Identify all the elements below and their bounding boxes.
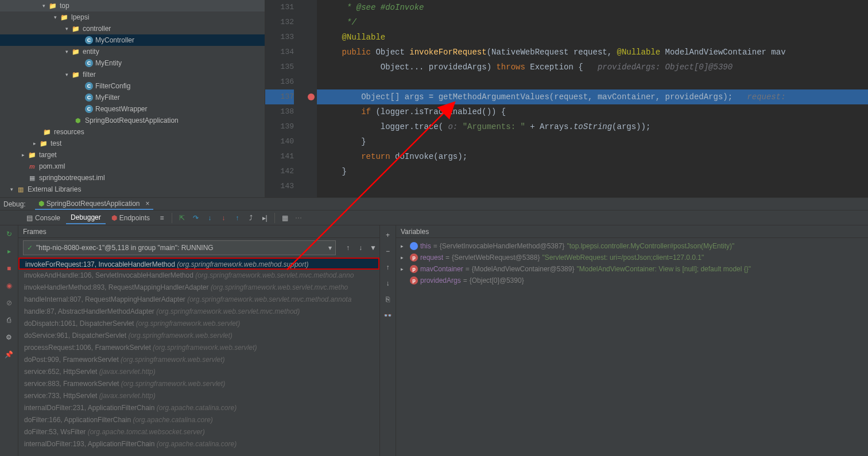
chevron-down-icon: ▾	[40, 2, 47, 9]
console-tab[interactable]: ▤ Console	[22, 212, 65, 224]
evaluate-expression-icon[interactable]: ▦	[278, 212, 291, 224]
tree-label: target	[39, 151, 57, 159]
tree-item-lpepsi[interactable]: ▾ 📁 lpepsi	[0, 11, 265, 23]
chevron-right-icon: ▸	[20, 151, 26, 158]
check-icon: ✓	[27, 244, 33, 252]
tree-item-requestwrapper[interactable]: C RequestWrapper	[0, 103, 265, 115]
step-out-icon[interactable]: ↑	[231, 212, 243, 224]
variable-item[interactable]: ▸this = {ServletInvocableHandlerMethod@5…	[401, 240, 863, 252]
code-editor[interactable]: 131 132 133 134 135 136 137 138 139 140 …	[265, 0, 868, 197]
trace-icon[interactable]: ⋯	[292, 212, 305, 224]
frame-item[interactable]: doFilter:53, WsFilter (org.apache.tomcat…	[18, 426, 379, 438]
tree-label: MyEntity	[95, 59, 122, 67]
chevron-down-icon: ▾	[8, 186, 15, 193]
frame-item[interactable]: handleInternal:807, RequestMappingHandle…	[18, 294, 379, 306]
debug-config-tab[interactable]: ⬢ SpringBootRequestApplication ×	[35, 198, 153, 210]
tree-item-pom[interactable]: m pom.xml	[0, 161, 265, 172]
class-icon: C	[85, 93, 93, 102]
debug-header: Debug: ⬢ SpringBootRequestApplication ×	[0, 198, 868, 211]
variable-icon: p	[410, 276, 418, 284]
settings-icon[interactable]: ⚙	[3, 331, 16, 344]
variables-header: Variables	[396, 225, 868, 238]
down-icon[interactable]: ↓	[382, 277, 394, 290]
view-breakpoints-icon[interactable]: ◉	[3, 279, 16, 292]
tree-item-iml[interactable]: ▦ springbootrequest.iml	[0, 172, 265, 184]
copy-icon[interactable]: ⎘	[382, 293, 394, 306]
frame-item[interactable]: invokeForRequest:137, InvocableHandlerMe…	[18, 258, 379, 270]
console-icon: ▤	[26, 214, 33, 222]
variable-icon	[410, 242, 418, 250]
prev-frame-icon[interactable]: ↑	[342, 241, 354, 254]
frames-list[interactable]: invokeForRequest:137, InvocableHandlerMe…	[18, 258, 379, 456]
tree-item-top[interactable]: ▾ 📁 top	[0, 0, 265, 11]
breakpoint-icon[interactable]	[308, 93, 315, 100]
tree-item-filter[interactable]: ▾ 📁 filter	[0, 69, 265, 80]
mute-breakpoints-icon[interactable]: ⊘	[3, 297, 16, 309]
run-to-cursor-icon[interactable]: ▸|	[258, 212, 271, 224]
tree-item-springapp[interactable]: ⬢ SpringBootRequestApplication	[0, 115, 265, 126]
new-watch-icon[interactable]: +	[382, 229, 394, 241]
next-frame-icon[interactable]: ↓	[354, 241, 367, 254]
tree-item-test[interactable]: ▸ 📁 test	[0, 138, 265, 149]
folder-icon: 📁	[39, 139, 48, 148]
step-over-icon[interactable]: ↷	[189, 212, 202, 224]
drop-frame-icon[interactable]: ⤴	[245, 212, 257, 224]
variable-item[interactable]: pprovidedArgs = {Object[0]@5390}	[401, 275, 863, 286]
frame-item[interactable]: doFilter:166, ApplicationFilterChain (or…	[18, 414, 379, 426]
file-icon: ▦	[28, 173, 37, 182]
threads-view-icon[interactable]: ≡	[156, 212, 168, 224]
resume-icon[interactable]: ▸	[3, 245, 16, 258]
filter-frames-icon[interactable]: ▼	[367, 241, 379, 254]
folder-icon: 📁	[48, 1, 57, 10]
rerun-icon[interactable]: ↻	[3, 228, 16, 240]
endpoints-tab[interactable]: ⬢ Endpoints	[107, 212, 154, 224]
frames-panel: Frames ✓ "http-nio-8080-exec-1"@5,118 in…	[18, 225, 380, 456]
tree-item-target[interactable]: ▸ 📁 target	[0, 149, 265, 161]
show-execution-point-icon[interactable]: ⇱	[176, 212, 188, 224]
frame-item[interactable]: handle:87, AbstractHandlerMethodAdapter …	[18, 306, 379, 318]
frame-item[interactable]: doService:961, DispatcherServlet (org.sp…	[18, 330, 379, 342]
library-icon: ▥	[16, 185, 25, 194]
endpoints-icon: ⬢	[111, 214, 117, 222]
dump-icon[interactable]: ⎙	[3, 314, 16, 326]
frame-item[interactable]: doDispatch:1061, DispatcherServlet (org.…	[18, 318, 379, 330]
tree-item-entity[interactable]: ▾ 📁 entity	[0, 46, 265, 57]
tree-item-myentity[interactable]: C MyEntity	[0, 57, 265, 69]
frame-item[interactable]: service:652, HttpServlet (javax.servlet.…	[18, 366, 379, 378]
frame-item[interactable]: service:733, HttpServlet (javax.servlet.…	[18, 390, 379, 402]
frame-item[interactable]: doPost:909, FrameworkServlet (org.spring…	[18, 354, 379, 366]
frame-item[interactable]: invokeHandlerMethod:893, RequestMappingH…	[18, 282, 379, 294]
chevron-down-icon: ▾	[63, 71, 70, 78]
close-icon[interactable]: ×	[145, 200, 149, 208]
pin-icon[interactable]: 📌	[3, 348, 16, 361]
chevron-down-icon: ▾	[52, 14, 59, 21]
frame-item[interactable]: processRequest:1006, FrameworkServlet (o…	[18, 342, 379, 354]
folder-icon: 📁	[28, 150, 37, 159]
code-content[interactable]: * @see #doInvoke */ @Nullable public Obj…	[317, 0, 868, 197]
variable-item[interactable]: ▸prequest = {ServletWebRequest@5388} "Se…	[401, 252, 863, 263]
project-tree[interactable]: ▾ 📁 top ▾ 📁 lpepsi ▾ 📁 controller C MyCo…	[0, 0, 265, 197]
remove-watch-icon[interactable]: −	[382, 245, 394, 258]
up-icon[interactable]: ↑	[382, 261, 394, 274]
stop-icon[interactable]: ■	[3, 262, 16, 275]
tree-item-controller[interactable]: ▾ 📁 controller	[0, 23, 265, 34]
tree-item-filterconfig[interactable]: C FilterConfig	[0, 80, 265, 92]
variables-list[interactable]: ▸this = {ServletInvocableHandlerMethod@5…	[396, 238, 868, 456]
variable-item[interactable]: ▸pmavContainer = {ModelAndViewContainer@…	[401, 263, 863, 275]
force-step-into-icon[interactable]: ↓	[217, 212, 230, 224]
step-into-icon[interactable]: ↓	[203, 212, 216, 224]
frame-item[interactable]: service:883, FrameworkServlet (org.sprin…	[18, 378, 379, 390]
tree-item-extlibs[interactable]: ▾ ▥ External Libraries	[0, 184, 265, 195]
tree-label: pom.xml	[39, 162, 65, 170]
frame-item[interactable]: invokeAndHandle:106, ServletInvocableHan…	[18, 270, 379, 282]
frame-item[interactable]: internalDoFilter:193, ApplicationFilterC…	[18, 438, 379, 450]
tree-item-myfilter[interactable]: C MyFilter	[0, 92, 265, 103]
glasses-icon[interactable]: 👓	[382, 309, 394, 322]
tree-item-resources[interactable]: 📁 resources	[0, 126, 265, 138]
thread-selector[interactable]: ✓ "http-nio-8080-exec-1"@5,118 in group …	[23, 240, 336, 255]
tree-item-mycontroller[interactable]: C MyController	[0, 34, 265, 46]
breakpoint-gutter[interactable]	[305, 0, 317, 197]
debugger-tab[interactable]: Debugger	[66, 212, 106, 224]
chevron-down-icon: ▾	[63, 25, 70, 32]
frame-item[interactable]: internalDoFilter:231, ApplicationFilterC…	[18, 402, 379, 414]
